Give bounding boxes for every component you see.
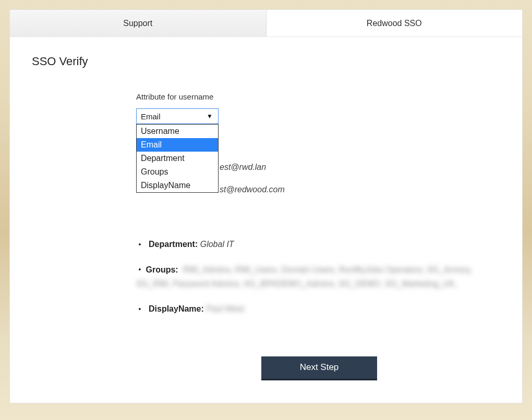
attr-displayname-label: DisplayName: [149, 304, 204, 313]
bullet-icon: • [136, 264, 143, 276]
attribute-select[interactable]: Email ▼ [136, 108, 219, 124]
main-panel: Support Redwood SSO SSO Verify Attribute… [9, 9, 523, 403]
tab-redwood-sso-label: Redwood SSO [367, 19, 422, 28]
attr-row-displayname: • DisplayName: Paul West [136, 302, 480, 316]
attr-department-label: Department: [149, 240, 198, 249]
attr-email-partial: st@redwood.com [220, 185, 285, 194]
content-area: SSO Verify Attribute for username Email … [10, 37, 522, 391]
chevron-down-icon: ▼ [207, 113, 213, 120]
option-department[interactable]: Department [137, 152, 218, 165]
option-username[interactable]: Username [137, 125, 218, 138]
next-step-button[interactable]: Next Step [261, 356, 377, 380]
attribute-select-wrap: Email ▼ Username Email Department Groups… [136, 108, 219, 124]
tab-support[interactable]: Support [10, 10, 267, 36]
attr-groups-value: RMI_Admins, RMI_Users, Domain Users, Run… [136, 265, 473, 288]
tab-bar: Support Redwood SSO [10, 10, 522, 37]
form-area: Attribute for username Email ▼ Username … [136, 92, 502, 380]
attribute-dropdown: Username Email Department Groups Display… [136, 124, 219, 193]
attr-department-value: Global IT [200, 240, 234, 249]
bullet-icon: • [136, 303, 143, 315]
option-email[interactable]: Email [137, 138, 218, 152]
page-title: SSO Verify [32, 55, 502, 68]
attr-row-groups: • Groups: RMI_Admins, RMI_Users, Domain … [136, 263, 480, 291]
attr-groups-label: Groups: [146, 265, 178, 274]
bullet-icon: • [136, 239, 143, 250]
attr-username-partial: est@rwd.lan [220, 163, 266, 172]
option-groups[interactable]: Groups [137, 165, 218, 179]
attribute-select-label: Attribute for username [136, 92, 502, 101]
attribute-list: • Department: Global IT • Groups: RMI_Ad… [136, 238, 480, 316]
attr-row-department: • Department: Global IT [136, 238, 480, 251]
tab-support-label: Support [123, 19, 152, 28]
attribute-select-value: Email [141, 112, 161, 121]
option-displayname[interactable]: DisplayName [137, 179, 218, 192]
attr-displayname-value: Paul West [206, 304, 244, 313]
tab-redwood-sso[interactable]: Redwood SSO [267, 10, 523, 36]
